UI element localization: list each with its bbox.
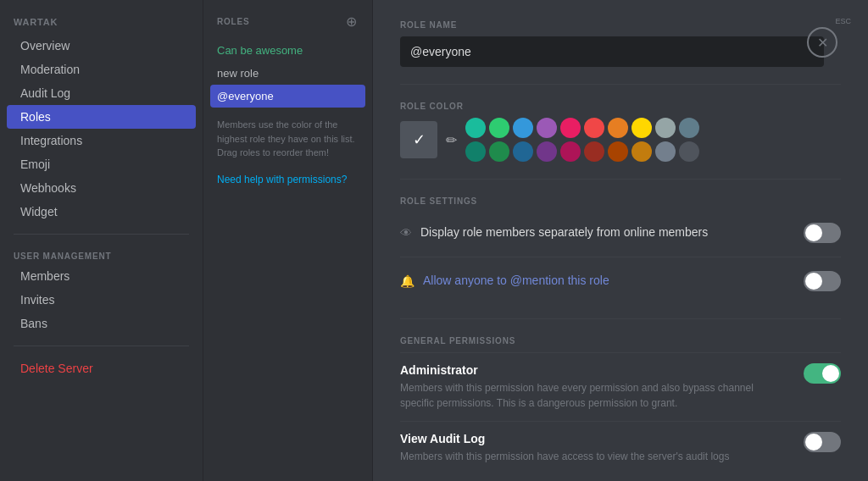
- color-swatch[interactable]: [608, 141, 628, 162]
- toggle-knob-admin: [822, 365, 839, 382]
- allow-mention-text: Allow anyone to @mention this role: [423, 273, 609, 290]
- perm-audit-description: Members with this permission have access…: [400, 449, 790, 464]
- check-icon: ✓: [413, 130, 426, 149]
- sidebar-item-moderation[interactable]: Moderation: [7, 58, 196, 81]
- eye-icon: 👁: [400, 226, 412, 240]
- role-can-be-awesome[interactable]: Can be awesome: [203, 39, 372, 62]
- settings-row-mention: 🔔 Allow anyone to @mention this role: [400, 261, 841, 301]
- color-picker-row: ✓ ✏: [400, 118, 841, 162]
- color-swatch[interactable]: [632, 141, 652, 162]
- color-row-2: [465, 141, 699, 162]
- sidebar-divider-1: [14, 234, 189, 235]
- color-swatch[interactable]: [489, 141, 509, 162]
- sidebar-item-widget[interactable]: Widget: [7, 200, 196, 224]
- color-swatch[interactable]: [560, 141, 581, 162]
- role-color-label: ROLE COLOR: [400, 102, 841, 111]
- role-settings-label: ROLE SETTINGS: [400, 196, 841, 206]
- color-preview-swatch[interactable]: ✓: [400, 121, 437, 158]
- close-button[interactable]: ✕: [807, 27, 837, 58]
- general-permissions-label: GENERAL PERMISSIONS: [400, 336, 841, 346]
- roles-title: ROLES: [217, 17, 249, 26]
- color-swatch[interactable]: [465, 118, 486, 138]
- sidebar-divider-2: [14, 346, 189, 346]
- sidebar-item-overview[interactable]: Overview: [7, 34, 196, 58]
- color-swatch[interactable]: [560, 118, 581, 138]
- perm-audit-title: View Audit Log: [400, 432, 790, 445]
- color-swatch[interactable]: [632, 118, 652, 138]
- roles-header: ROLES ⊕: [203, 14, 372, 39]
- sidebar-item-audit-log[interactable]: Audit Log: [7, 81, 196, 105]
- roles-help-text: Members use the color of the highest rol…: [203, 108, 372, 170]
- perm-audit-content: View Audit Log Members with this permiss…: [400, 432, 804, 464]
- color-swatch[interactable]: [655, 141, 676, 162]
- bell-icon: 🔔: [400, 274, 415, 288]
- sidebar-item-integrations[interactable]: Integrations: [7, 129, 196, 152]
- divider-after-name: [400, 84, 841, 85]
- perm-row-administrator: Administrator Members with this permissi…: [400, 352, 841, 421]
- roles-panel: ROLES ⊕ Can be awesome new role @everyon…: [203, 0, 373, 481]
- role-name-section-label: ROLE NAME: [400, 20, 841, 30]
- sidebar-item-roles[interactable]: Roles: [7, 105, 196, 129]
- color-swatch[interactable]: [489, 118, 509, 138]
- sidebar-item-bans[interactable]: Bans: [7, 312, 196, 335]
- user-management-label: USER MANAGEMENT: [0, 245, 203, 264]
- role-color-section: ROLE COLOR ✓ ✏: [400, 102, 841, 162]
- color-swatch[interactable]: [537, 141, 557, 162]
- color-swatch[interactable]: [608, 118, 628, 138]
- main-content: ✕ ESC ROLE NAME ROLE COLOR ✓ ✏: [373, 0, 868, 481]
- toggle-knob-mention: [805, 273, 822, 290]
- color-swatches: [465, 118, 699, 162]
- server-name: WARTAK: [0, 17, 203, 34]
- administrator-toggle[interactable]: [804, 363, 841, 384]
- color-row-1: [465, 118, 699, 138]
- divider-between-toggles: [400, 257, 841, 257]
- perm-admin-title: Administrator: [400, 363, 790, 377]
- color-swatch[interactable]: [679, 118, 699, 138]
- color-swatch[interactable]: [584, 141, 604, 162]
- settings-row-mention-content: 🔔 Allow anyone to @mention this role: [400, 273, 804, 290]
- delete-server-button[interactable]: Delete Server: [7, 357, 196, 380]
- divider-before-permissions: [400, 318, 841, 319]
- allow-mention-title: Allow anyone to @mention this role: [423, 273, 609, 290]
- perm-admin-description: Members with this permission have every …: [400, 380, 790, 411]
- display-separately-text: Display role members separately from onl…: [420, 224, 708, 241]
- sidebar: WARTAK Overview Moderation Audit Log Rol…: [0, 0, 203, 481]
- color-swatch[interactable]: [513, 141, 533, 162]
- view-audit-log-toggle[interactable]: [804, 432, 841, 452]
- sidebar-item-webhooks[interactable]: Webhooks: [7, 176, 196, 200]
- toggle-knob-audit: [805, 434, 822, 451]
- perm-admin-content: Administrator Members with this permissi…: [400, 363, 804, 411]
- add-role-button[interactable]: ⊕: [343, 14, 359, 29]
- settings-row-display: 👁 Display role members separately from o…: [400, 213, 841, 253]
- perm-row-audit-log: View Audit Log Members with this permiss…: [400, 421, 841, 474]
- color-swatch[interactable]: [655, 118, 676, 138]
- toggle-knob: [805, 224, 822, 241]
- color-swatch[interactable]: [513, 118, 533, 138]
- display-separately-toggle[interactable]: [804, 223, 841, 243]
- role-name-input[interactable]: [400, 36, 824, 67]
- eyedropper-icon[interactable]: ✏: [446, 132, 457, 148]
- mention-tag: @mention: [510, 274, 565, 287]
- color-swatch[interactable]: [679, 141, 699, 162]
- color-swatch[interactable]: [537, 118, 557, 138]
- close-area: ✕ ESC: [835, 14, 851, 25]
- settings-row-display-content: 👁 Display role members separately from o…: [400, 224, 804, 241]
- display-separately-title: Display role members separately from onl…: [420, 224, 708, 241]
- role-everyone[interactable]: @everyone: [210, 85, 365, 108]
- color-swatch[interactable]: [584, 118, 604, 138]
- sidebar-item-invites[interactable]: Invites: [7, 288, 196, 312]
- role-new-role[interactable]: new role: [203, 62, 372, 85]
- need-help-link[interactable]: Need help with permissions?: [203, 170, 372, 189]
- color-swatch[interactable]: [465, 141, 486, 162]
- sidebar-item-emoji[interactable]: Emoji: [7, 152, 196, 176]
- esc-label: ESC: [835, 17, 851, 25]
- divider-after-color: [400, 179, 841, 180]
- allow-mention-toggle[interactable]: [804, 271, 841, 291]
- sidebar-item-members[interactable]: Members: [7, 264, 196, 288]
